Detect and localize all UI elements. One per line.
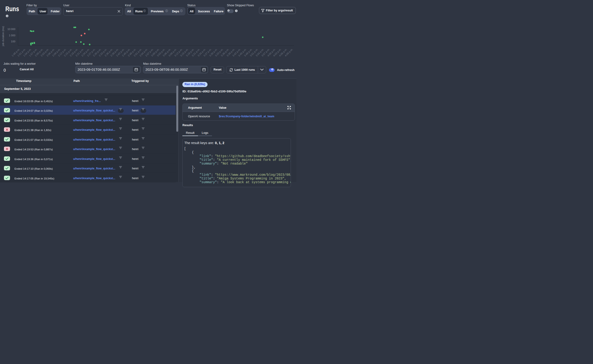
svg-text:100: 100 [11,40,15,43]
svg-text:10 000: 10 000 [7,28,15,31]
svg-text:1 000: 1 000 [9,34,15,37]
svg-text:job duration (ms): job duration (ms) [2,26,4,46]
